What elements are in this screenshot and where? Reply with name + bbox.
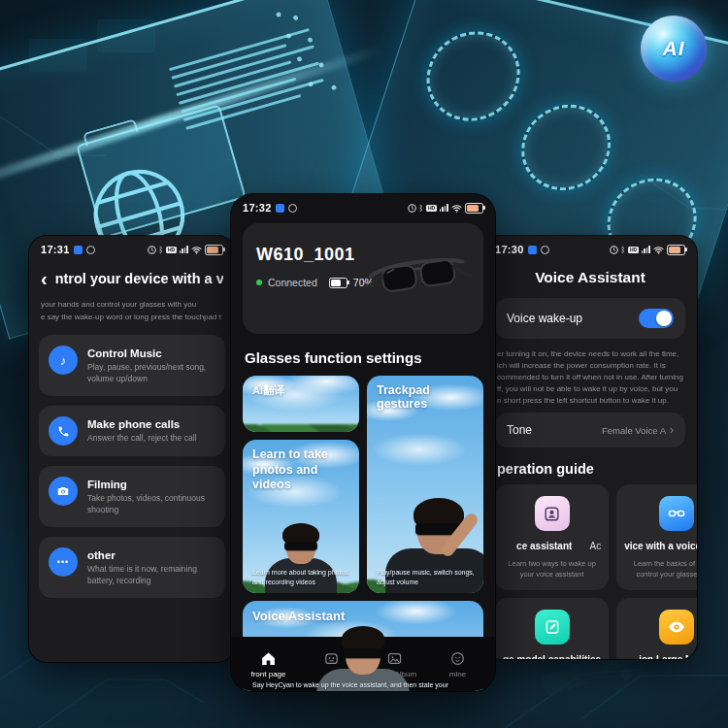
device-card[interactable]: W610_1001 Connected 70%: [243, 223, 483, 334]
voice-command-list: ♪ Control Music Play, pause, previous/ne…: [29, 325, 235, 597]
card-subtitle: Say HeyCyan to wake up the voice assista…: [252, 680, 476, 691]
app-chip-icon: [276, 204, 284, 213]
right-status-bar: 17:30 ᛒ HD: [483, 236, 697, 257]
tab-mine[interactable]: mine: [434, 650, 482, 678]
card-title: AI翻译: [252, 383, 351, 398]
note-line: commended to turn it off when not in use…: [497, 372, 683, 383]
left-page-title: ntrol your device with a voic: [55, 271, 223, 286]
list-item-subtitle: Play, pause, previous/next song, volume …: [87, 362, 215, 385]
left-status-bar: 17:31 ᛒ HD: [29, 236, 235, 257]
right-page-title: Voice Assistant: [483, 257, 697, 296]
back-button[interactable]: ‹: [41, 271, 48, 286]
card-trackpad-gestures[interactable]: Trackpad gestures Play/pause music, swit…: [367, 376, 483, 593]
record-circle-icon: [541, 246, 549, 254]
function-card-grid: AI翻译 Learn to take photos and videos Lea…: [231, 376, 495, 593]
tab-front-page[interactable]: front page: [245, 650, 293, 678]
battery-icon: [465, 203, 483, 214]
list-item-control-music[interactable]: ♪ Control Music Play, pause, previous/ne…: [39, 335, 225, 396]
signal-icon: [642, 246, 650, 253]
edit-doc-icon: [535, 610, 570, 645]
clock-icon: [610, 246, 618, 254]
voice-wakeup-row[interactable]: Voice wake-up: [495, 298, 685, 339]
voice-wakeup-label: Voice wake-up: [507, 312, 582, 325]
section-title: Glasses function settings: [231, 334, 495, 376]
hd-icon: HD: [166, 247, 176, 253]
tone-value: Female Voice A: [602, 425, 666, 436]
card-subtitle: Play/pause music, switch songs, adjust v…: [377, 568, 476, 586]
bluetooth-icon: ᛒ: [419, 204, 424, 213]
wifi-icon: [451, 204, 462, 213]
list-item-phone-calls[interactable]: Make phone calls Answer the call, reject…: [39, 406, 225, 456]
ai-badge-label: AI: [663, 37, 685, 60]
card-title: Voice Assistant: [252, 609, 476, 623]
guide-card-grid: ce assistantAc Learn two ways to wake up…: [483, 484, 697, 659]
guide-card-vision-model[interactable]: ion Large Model Let the voice assistant …: [616, 598, 697, 659]
center-status-bar: 17:32 ᛒ HD: [231, 194, 495, 215]
assistant-robot-icon: [535, 496, 570, 531]
guide-card-large-model[interactable]: ge model capabilities Ask your questions…: [495, 598, 609, 659]
guide-card-voice-assistant[interactable]: ce assistantAc Learn two ways to wake up…: [495, 484, 609, 590]
left-page-description: your hands and control your glasses with…: [29, 290, 235, 325]
list-item-other[interactable]: ••• other What time is it now, remaining…: [39, 537, 225, 598]
bluetooth-icon: ᛒ: [159, 246, 164, 254]
connected-dot-icon: [256, 280, 262, 285]
note-line: er turning it on, the device needs to wo…: [497, 348, 683, 360]
center-status-icons: ᛒ HD: [408, 203, 483, 214]
left-clock: 17:31: [41, 244, 70, 255]
record-circle-icon: [86, 246, 95, 254]
phone-icon: [49, 416, 78, 446]
home-icon: [260, 650, 277, 667]
description-line: your hands and control your glasses with…: [41, 298, 223, 311]
left-phone-screen: 17:31 ᛒ HD ‹ ntrol your device with a vo…: [29, 236, 235, 662]
guide-card-subtitle: Learn the basics of how to control your …: [624, 559, 697, 580]
wifi-icon: [191, 246, 202, 254]
bluetooth-icon: ᛒ: [621, 246, 626, 254]
guide-card-control-device[interactable]: vice with a voice assis Learn the basics…: [616, 484, 697, 590]
right-status-icons: ᛒ HD: [610, 245, 685, 255]
hd-icon: HD: [628, 247, 638, 253]
battery-icon: [667, 245, 685, 255]
tab-label: mine: [449, 670, 466, 678]
guide-card-title: vice with a voice assis: [624, 541, 697, 551]
chevron-right-icon: ›: [670, 423, 674, 437]
note-line: ff, you will not be able to wake it up b…: [497, 383, 683, 395]
card-learn-photos-videos[interactable]: Learn to take photos and videos Learn mo…: [243, 440, 359, 593]
tab-label: front page: [250, 670, 285, 678]
guide-card-title: ge model capabilities: [503, 654, 601, 659]
voice-wakeup-toggle[interactable]: [639, 309, 674, 328]
record-circle-icon: [288, 204, 297, 213]
guide-card-title-extra: Ac: [589, 541, 601, 551]
note-line: n short press the left shortcut button t…: [497, 395, 683, 407]
connection-status: Connected: [268, 277, 317, 288]
ai-sphere-badge: AI: [641, 16, 707, 82]
list-item-subtitle: Answer the call, reject the call: [87, 433, 196, 445]
left-status-icons: ᛒ HD: [148, 245, 223, 255]
app-chip-icon: [528, 246, 537, 254]
tone-label: Tone: [507, 423, 532, 437]
person-icon: [449, 650, 466, 667]
center-clock: 17:32: [243, 202, 272, 214]
card-title: Learn to take photos and videos: [252, 447, 351, 493]
tone-row[interactable]: Tone Female Voice A ›: [495, 413, 685, 447]
clock-icon: [148, 246, 156, 254]
eye-icon: [659, 610, 694, 645]
right-phone-screen: 17:30 ᛒ HD Voice Assistant Voice wake-up…: [483, 236, 697, 659]
note-line: ich will increase the power consumption …: [497, 360, 683, 372]
app-chip-icon: [74, 246, 83, 254]
list-item-subtitle: Take photos, videos, continuous shooting: [87, 493, 215, 516]
card-ai-translate[interactable]: AI翻译: [243, 376, 359, 432]
card-title: Trackpad gestures: [377, 383, 476, 411]
list-item-filming[interactable]: Filming Take photos, videos, continuous …: [39, 466, 225, 527]
wifi-icon: [653, 246, 664, 254]
wakeup-note: er turning it on, the device needs to wo…: [483, 339, 697, 411]
right-clock: 17:30: [495, 244, 524, 255]
description-line: e say the wake-up word or long press the…: [41, 311, 223, 323]
signal-icon: [180, 246, 188, 253]
battery-icon: [205, 245, 223, 255]
clock-icon: [408, 204, 416, 213]
hd-icon: HD: [426, 205, 436, 212]
guide-card-subtitle: Learn two ways to wake up your voice ass…: [503, 559, 601, 580]
hud-ring-2: [510, 96, 622, 199]
list-item-title: other: [87, 549, 215, 561]
smart-glasses-image: [361, 245, 476, 305]
